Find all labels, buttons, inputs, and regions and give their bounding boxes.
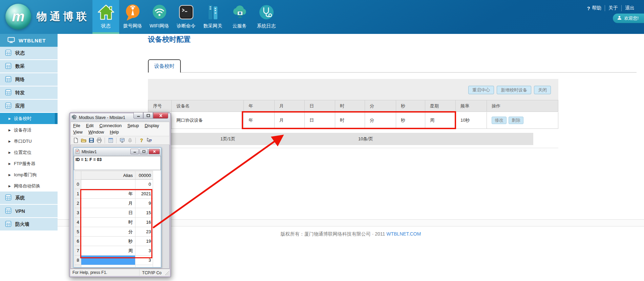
svg-text:?: ?: [149, 139, 152, 143]
sidebar-subitem-label: FTP服务器: [14, 161, 36, 167]
slave-id-line: ID = 1: F = 03: [74, 156, 161, 170]
child-maximize-button[interactable]: [139, 149, 148, 154]
resize-grip[interactable]: [165, 271, 169, 275]
nav-item-label: 数采网关: [203, 23, 222, 29]
grid-alias-cell[interactable]: [81, 180, 135, 189]
open-folder-icon[interactable]: [81, 138, 86, 143]
sidebar-subitem-1[interactable]: ▶设备校时: [0, 113, 58, 124]
nav-item-6[interactable]: 云服务: [226, 0, 253, 34]
menu-item-file[interactable]: File: [73, 123, 80, 128]
menu-item-help[interactable]: Help: [110, 129, 119, 135]
menu-item-window[interactable]: Window: [88, 129, 104, 135]
sidebar-header: WTBLNET: [0, 34, 58, 47]
grid-value-cell[interactable]: [135, 265, 153, 268]
sidebar-item-label: VPN: [15, 208, 25, 214]
save-icon[interactable]: [88, 138, 94, 143]
child-titlebar[interactable]: Mbslav1: [74, 148, 161, 156]
table-cell-actions: 修改删除: [487, 112, 558, 128]
tab-device-timing[interactable]: 设备校时: [148, 59, 181, 73]
svg-text:?: ?: [140, 138, 143, 143]
sidebar-subitem-6[interactable]: ▶Icmp看门狗: [0, 169, 58, 180]
close-button[interactable]: [153, 113, 168, 119]
sidebar-item-5[interactable]: 应用: [0, 100, 58, 112]
table-header-cell: 时: [335, 100, 365, 112]
delete-button[interactable]: 删除: [509, 117, 523, 124]
caret-right-icon: ▶: [8, 151, 11, 154]
page-indicator: 1页/1页: [220, 133, 235, 145]
panel-button-3[interactable]: 关闭: [534, 86, 551, 94]
help-link-2[interactable]: 关于: [605, 5, 621, 11]
menu-item-display[interactable]: Display: [145, 123, 159, 128]
question-icon: ?: [587, 5, 590, 11]
sidebar-item-2[interactable]: 数采: [0, 60, 58, 73]
child-close-button[interactable]: [149, 149, 160, 154]
sidebar-item-label: 网络: [15, 77, 25, 83]
grid-alias-cell[interactable]: [81, 265, 135, 268]
nav-item-7[interactable]: 系统日志: [253, 0, 280, 34]
comm-bell-icon[interactable]: [127, 138, 133, 143]
brand-logo-icon: m: [5, 4, 31, 29]
grid-icon: [5, 76, 12, 83]
sidebar-subitem-label: 设备校时: [14, 116, 31, 122]
caret-right-icon: ▶: [8, 173, 11, 177]
table-header: 序号设备名年月日时分秒星期频率操作: [148, 100, 558, 112]
menu-item-edit[interactable]: Edit: [86, 123, 93, 128]
sidebar-subitem-3[interactable]: ▶串口DTU: [0, 136, 58, 147]
poll-monitor-icon[interactable]: [119, 138, 125, 143]
help-link-3[interactable]: 退出: [621, 5, 638, 11]
help-icon[interactable]: ?: [138, 138, 144, 143]
child-window-title: Mbslav1: [82, 149, 97, 154]
nav-item-2[interactable]: 拨号网络: [119, 0, 146, 34]
menu-item-view[interactable]: View: [73, 129, 83, 135]
sidebar-item-8[interactable]: 防火墙: [0, 218, 58, 230]
grid-icon: [5, 89, 12, 97]
sidebar-subitem-label: 设备存活: [14, 127, 31, 133]
grid-icon: [5, 49, 12, 57]
sidebar-item-1[interactable]: 状态: [0, 47, 58, 59]
child-minimize-button[interactable]: [130, 149, 139, 154]
print-icon[interactable]: [96, 138, 102, 143]
page-title: 设备校时配置: [148, 35, 191, 44]
sidebar-subitem-4[interactable]: ▶位置定位: [0, 147, 58, 158]
grid-value-cell[interactable]: 0: [135, 180, 153, 189]
sidebar-subitem-7[interactable]: ▶网络自动切换: [0, 180, 58, 192]
help-link-label: 关于: [608, 5, 618, 11]
table-header-cell: 频率: [456, 100, 487, 112]
new-doc-icon[interactable]: [73, 138, 79, 143]
menu-item-setup[interactable]: Setup: [127, 123, 139, 128]
grid-icon: [5, 194, 12, 202]
help-link-1[interactable]: ?帮助: [584, 5, 605, 11]
sidebar-item-6[interactable]: 系统: [0, 192, 58, 204]
modbus-titlebar[interactable]: Modbus Slave - Mbslav1: [70, 114, 170, 122]
nav-item-3[interactable]: WIFI网络: [146, 0, 173, 34]
sidebar-subitem-5[interactable]: ▶FTP服务器: [0, 158, 58, 169]
sidebar: WTBLNET 状态数采网络转发应用▶设备校时▶设备存活▶串口DTU▶位置定位▶…: [0, 34, 58, 281]
menu-item-connection[interactable]: Connection: [99, 123, 122, 128]
grid-rownum-cell: 0: [74, 180, 81, 189]
welcome-badge[interactable]: 欢迎您!: [613, 14, 644, 23]
display-def-icon[interactable]: [108, 138, 113, 143]
table-header-cell: 秒: [396, 100, 425, 112]
sidebar-item-label: 数采: [15, 63, 25, 69]
home-icon: [97, 3, 115, 21]
footer-link[interactable]: WTBLNET.COM: [386, 231, 421, 237]
table-header-cell: 序号: [148, 100, 172, 112]
minimize-button[interactable]: [133, 113, 143, 119]
status-connection-text: TCP/IP Co: [139, 269, 162, 276]
sidebar-item-4[interactable]: 转发: [0, 86, 58, 99]
sidebar-item-label: 转发: [15, 90, 25, 96]
sidebar-item-3[interactable]: 网络: [0, 73, 58, 86]
nav-item-5[interactable]: 数采网关: [199, 0, 226, 34]
sidebar-item-7[interactable]: VPN: [0, 205, 58, 217]
sidebar-subitem-2[interactable]: ▶设备存活: [0, 124, 58, 136]
panel-button-2[interactable]: 新增校时设备: [497, 86, 531, 94]
panel-button-1[interactable]: 重启中心: [468, 86, 494, 94]
nav-items: 状态拨号网络WIFI网络诊断命令数采网关云服务系统日志: [92, 0, 280, 34]
nav-item-4[interactable]: 诊断命令: [173, 0, 199, 34]
maximize-button[interactable]: [143, 113, 153, 119]
copyright-text: 版权所有：厦门物通博联网络科技有限公司 · 2011: [281, 231, 385, 237]
edit-button[interactable]: 修改: [492, 117, 507, 124]
context-help-icon[interactable]: ?: [146, 138, 152, 143]
nav-item-label: WIFI网络: [150, 23, 169, 29]
nav-item-1[interactable]: 状态: [92, 0, 119, 34]
